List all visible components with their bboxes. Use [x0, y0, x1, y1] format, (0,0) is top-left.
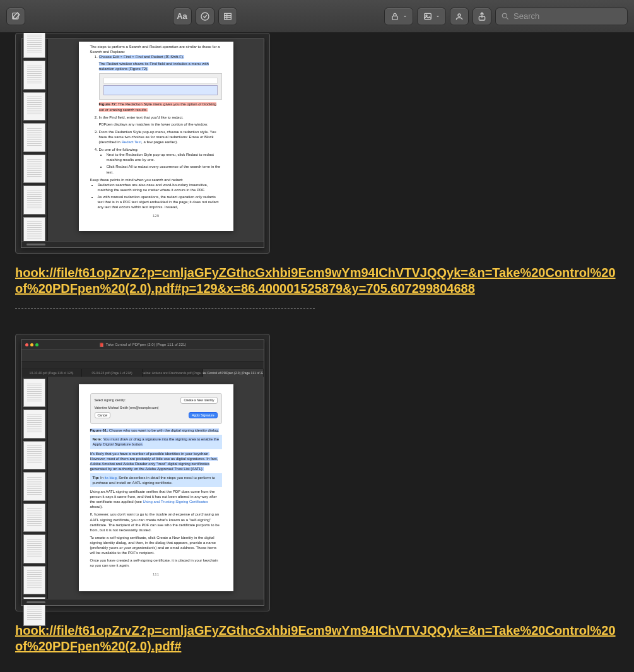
svg-rect-2 — [224, 13, 231, 19]
page-text: The Redact window shows its Find field a… — [99, 62, 209, 71]
compose-button[interactable] — [6, 8, 25, 25]
pdf-page: Select signing identity:Create a New Ide… — [79, 384, 233, 591]
thumbnail[interactable] — [23, 92, 45, 121]
figure-image — [99, 73, 222, 100]
window-title: Take Control of PDFpen (2.0) (Page 111 o… — [106, 343, 187, 346]
thumbnail-sidebar — [21, 39, 48, 241]
app-inner-toolbar-2 — [21, 362, 264, 369]
page-text: If, however, you don't want to go to the… — [90, 512, 222, 532]
tip-label: Tip: — [93, 476, 100, 480]
thumbnail[interactable] — [23, 379, 45, 407]
collab-button[interactable] — [450, 8, 469, 25]
page-text: Once you have created a self-signing cer… — [90, 558, 222, 568]
page-text: , a few pages earlier). — [141, 140, 178, 144]
svg-rect-4 — [425, 13, 431, 19]
thumbnail-sidebar — [21, 377, 48, 599]
app-inner-toolbar — [21, 349, 264, 362]
thumbnail[interactable] — [23, 504, 45, 532]
figure-label: Figure 72: — [99, 102, 117, 106]
traffic-lights[interactable] — [25, 343, 38, 346]
check-button[interactable] — [196, 8, 214, 25]
embedded-screenshot-1: The steps to perform a Search and Redact… — [15, 33, 270, 254]
window-titlebar: 📕 Take Control of PDFpen (2.0) (Page 111… — [21, 340, 264, 349]
document-tabs: 10-10-40.pdf (Page 119 of 123) 09-04-23.… — [21, 369, 264, 377]
page-text: You must draw or drag a signature into t… — [93, 437, 219, 446]
figure-caption: Choose who you want to be with the digit… — [109, 428, 219, 432]
document-tab[interactable]: 09-04-23.pdf (Page 1 of 218) — [82, 369, 143, 377]
page-text: Do one of the following: — [99, 148, 139, 151]
image-dropdown[interactable] — [417, 8, 446, 25]
page-text: Next to the Redaction Style pop-up menu,… — [107, 152, 222, 162]
font-button[interactable]: Aa — [173, 8, 192, 25]
note-body: The steps to perform a Search and Redact… — [0, 33, 634, 672]
thumbnail[interactable] — [23, 534, 45, 563]
dialog-text: Valentine Michael Smith (vms@example.com… — [95, 406, 159, 410]
page-text: As with manual redaction operations, the… — [98, 194, 222, 209]
zoom-slider[interactable] — [21, 241, 264, 247]
dialog-button: Cancel — [95, 412, 111, 419]
document-tab[interactable]: 10-10-40.pdf (Page 119 of 123) — [21, 369, 82, 377]
page-text: Redaction searches are also case and wor… — [98, 182, 222, 192]
table-button[interactable] — [218, 8, 237, 25]
lock-dropdown[interactable] — [384, 8, 413, 25]
note-label: Note: — [93, 437, 102, 441]
thumbnail[interactable] — [23, 61, 45, 89]
thumbnail[interactable] — [23, 566, 45, 594]
thumbnail[interactable] — [23, 33, 45, 58]
page-text: Keep these points in mind when you searc… — [90, 177, 222, 182]
search-input[interactable] — [514, 11, 622, 21]
share-button[interactable] — [473, 8, 491, 25]
page-link: Using and Trusting Signing Certificates — [143, 500, 208, 504]
page-text: Choose Edit > Find > Find and Redact (⌘-… — [99, 55, 184, 59]
page-text: PDFpen displays any matches in the lower… — [99, 122, 222, 127]
thumbnail[interactable] — [23, 186, 45, 214]
thumbnail[interactable] — [23, 123, 45, 151]
svg-point-6 — [458, 14, 461, 16]
dialog-button: Create a New Identity — [180, 397, 217, 404]
page-link: its blog — [105, 476, 117, 480]
svg-rect-3 — [392, 16, 397, 20]
document-tab[interactable]: Timeline: Actions and Dashboards.pdf (Pa… — [143, 369, 203, 377]
dialog-button: Apply Signature — [189, 412, 217, 419]
dialog-label: Select signing identity: — [95, 398, 126, 403]
svg-point-1 — [201, 13, 209, 20]
hook-link-2[interactable]: hook://file/t61opZrvZ?p=cmljaGFyZGthcGxh… — [15, 623, 619, 654]
search-field[interactable] — [495, 8, 628, 25]
figure-label: Figure 61: — [90, 428, 109, 432]
page-text: To create a self-signing certificate, cl… — [90, 535, 222, 555]
zoom-slider[interactable] — [21, 599, 264, 605]
page-text: It's likely that you have a number of po… — [90, 452, 218, 471]
figure-caption: The Redaction Style menu gives you the o… — [99, 102, 216, 111]
thumbnail[interactable] — [23, 472, 45, 500]
page-text: The steps to perform a Search and Redact… — [90, 44, 222, 54]
page-text: In the Find field, enter text that you'd… — [99, 115, 184, 119]
signing-dialog: Select signing identity:Create a New Ide… — [90, 393, 222, 424]
hook-link-1[interactable]: hook://file/t61opZrvZ?p=cmljaGFyZGthcGxh… — [15, 265, 619, 297]
page-number: 129 — [90, 213, 222, 218]
embedded-screenshot-2: 📕 Take Control of PDFpen (2.0) (Page 111… — [15, 334, 270, 611]
page-text: Click Redact All to redact every occurre… — [107, 164, 222, 174]
page-number: 111 — [90, 572, 222, 577]
app-toolbar: Aa — [0, 0, 634, 33]
thumbnail[interactable] — [23, 441, 45, 469]
document-tab[interactable]: Take Control of PDFpen (2.0) (Page 111 o… — [203, 369, 264, 377]
svg-point-8 — [502, 13, 507, 18]
page-text: In — [100, 476, 105, 480]
page-link: Redact Text — [122, 140, 142, 144]
pdf-page: The steps to perform a Search and Redact… — [79, 42, 233, 231]
page-text: ahead). — [90, 505, 103, 509]
thumbnail[interactable] — [23, 410, 45, 438]
thumbnail[interactable] — [23, 155, 45, 183]
search-icon — [501, 12, 510, 21]
section-divider — [15, 308, 315, 309]
